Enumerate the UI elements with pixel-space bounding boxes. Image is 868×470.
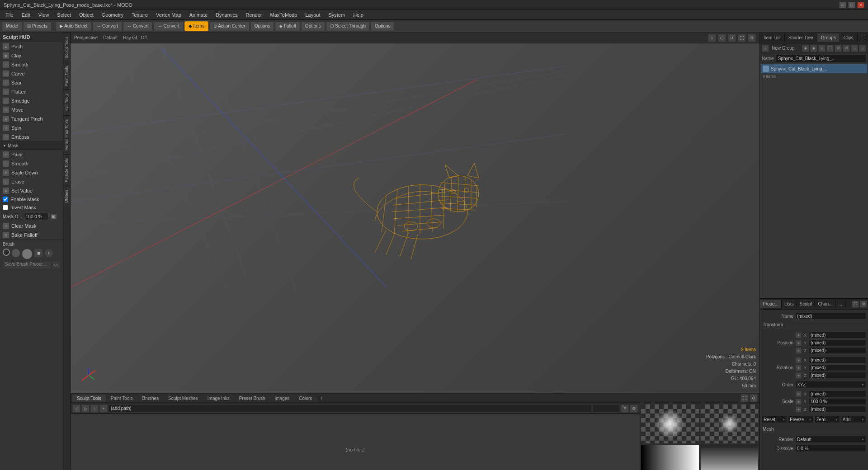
group-name-input[interactable] [776,54,866,62]
thumb-4[interactable] [700,445,759,470]
convert2-button[interactable]: ↔ Convert [123,21,153,31]
btab-preset-brush[interactable]: Preset Brush [235,395,270,402]
bt-add-folder-button[interactable]: + [99,404,108,413]
prop-expand[interactable]: ⛶ [852,301,859,308]
brush-more-button[interactable]: >> [52,261,61,269]
menu-maxtomodo[interactable]: MaxToModo [266,11,301,19]
vp-default-tab[interactable]: Default [103,35,118,40]
rot-z-value[interactable]: (mixed) [809,372,866,379]
prop-name-value[interactable]: (mixed) [795,312,866,320]
tool-carve[interactable]: ◁ Carve [0,69,63,78]
scale-y-value[interactable]: 100.0 % [809,398,866,405]
menu-render[interactable]: Render [242,11,265,19]
rt-icon3[interactable]: + [818,45,826,52]
freeze-button[interactable]: Freeze [788,416,813,423]
tool-smooth[interactable]: ~ Smooth [0,60,63,69]
tool-tangent-pinch[interactable]: ◈ Tangent Pinch [0,114,63,123]
convert1-button[interactable]: ↔ Convert [92,21,122,31]
render-dropdown[interactable]: Default [795,436,866,443]
brush-circle-large[interactable] [22,249,33,259]
btab-images[interactable]: Images [270,395,294,402]
add-button[interactable]: Add [841,416,866,423]
pos-y-icon[interactable]: ◈ [795,340,802,346]
scale-y-icon[interactable]: ◈ [795,399,802,405]
tool-smudge[interactable]: ◌ Smudge [0,96,63,105]
scale-x-value[interactable]: (mixed) [809,390,866,397]
btab-add-button[interactable]: + [317,394,326,403]
btab-colors[interactable]: Colors [294,395,316,402]
bt-back-button[interactable]: ◁ [72,404,80,413]
falloff-button[interactable]: ◈ Falloff [275,21,300,31]
minimize-button[interactable]: ─ [839,2,846,8]
select-through-button[interactable]: ⬡ Select Through [326,21,370,31]
thumb-2[interactable] [641,445,699,470]
zero-button[interactable]: Zero [815,416,840,423]
enable-mask-toggle[interactable]: Enable Mask [0,195,63,203]
btab-paint-tools[interactable]: Paint Tools [106,395,137,402]
menu-layout[interactable]: Layout [302,11,324,19]
tool-spin[interactable]: ↺ Spin [0,123,63,132]
pos-y-value[interactable]: (mixed) [809,339,866,346]
ptab-more[interactable]: ... [836,300,845,308]
tool-emboss[interactable]: ⬡ Emboss [0,132,63,141]
btab-brushes[interactable]: Brushes [138,395,164,402]
options2-button[interactable]: Options [301,21,325,31]
tool-set-value[interactable]: ◈ Set Value [0,186,63,195]
brush-circle-small[interactable] [3,249,10,256]
tool-mask-smooth[interactable]: ~ Smooth [0,159,63,168]
tool-flatten[interactable]: = Flatten [0,87,63,96]
scale-z-value[interactable]: (mixed) [809,406,866,413]
menu-object[interactable]: Object [75,11,97,19]
ptab-lists[interactable]: Lists [782,300,797,308]
dissolve-value[interactable]: 0.0 % [795,445,866,452]
menu-texture[interactable]: Texture [128,11,151,19]
rtab-groups[interactable]: Groups [817,33,840,42]
vp-home-button[interactable]: ⌂ [708,34,716,42]
tool-erase[interactable]: ◻ Erase [0,177,63,186]
bt-settings2-button[interactable]: ⚙ [630,404,638,413]
close-button[interactable]: ✕ [857,2,864,8]
tool-clay[interactable]: ◼ Clay [0,51,63,60]
tool-scar[interactable]: / Scar [0,78,63,87]
scale-x-icon[interactable]: ◈ [795,391,802,397]
options1-button[interactable]: Options [250,21,274,31]
rtab-clips[interactable]: Clips [840,33,858,42]
options3-button[interactable]: Options [371,21,394,31]
tool-clear-mask[interactable]: ✕ Clear Mask [0,221,63,230]
menu-system[interactable]: System [325,11,349,19]
btab-sculpt-tools[interactable]: Sculpt Tools [72,395,106,402]
order-dropdown[interactable]: XYZ [795,381,866,388]
prop-settings[interactable]: ⚙ [860,301,867,308]
rot-y-icon[interactable]: ◈ [795,365,802,371]
pos-x-value[interactable]: (mixed) [809,332,866,338]
ptab-channels[interactable]: Chan... [815,300,835,308]
maximize-button[interactable]: □ [848,2,855,8]
thumb-1[interactable] [641,404,699,444]
rot-y-value[interactable]: (mixed) [809,364,866,371]
tool-bake-falloff[interactable]: ⊞ Bake Falloff [0,230,63,240]
model-button[interactable]: Model [2,21,22,31]
groups-list-area[interactable]: Sphynx_Cat_Black_Lying_... 9 Items [760,63,868,298]
invert-mask-checkbox[interactable] [3,205,8,210]
menu-geometry[interactable]: Geometry [98,11,127,19]
invert-mask-toggle[interactable]: Invert Mask [0,203,63,212]
scale-z-icon[interactable]: ◈ [795,406,802,413]
rt-icon5[interactable]: ↺ [843,45,850,52]
vp-rotate-button[interactable]: ↺ [728,34,736,42]
rot-z-icon[interactable]: ◈ [795,372,802,379]
bt-path-input[interactable] [108,404,592,413]
tool-mask-scaledown[interactable]: ▼ Scale Down [0,168,63,177]
bt-forward-button[interactable]: ▷ [81,404,90,413]
menu-file[interactable]: File [2,11,17,19]
rot-x-icon[interactable]: ◈ [795,357,802,363]
menu-select[interactable]: Select [53,11,75,19]
vp-perspective-tab[interactable]: Perspective [74,35,98,40]
bt-f-button[interactable]: F [621,404,629,413]
group-item-main[interactable]: Sphynx_Cat_Black_Lying_... [761,64,867,73]
menu-animate[interactable]: Animate [186,11,211,19]
reset-button[interactable]: Reset [762,416,787,423]
menu-edit[interactable]: Edit [18,11,34,19]
menu-dynamics[interactable]: Dynamics [212,11,241,19]
tool-push[interactable]: ▲ Push [0,42,63,51]
rt-icon4[interactable]: ↺ [835,45,842,52]
